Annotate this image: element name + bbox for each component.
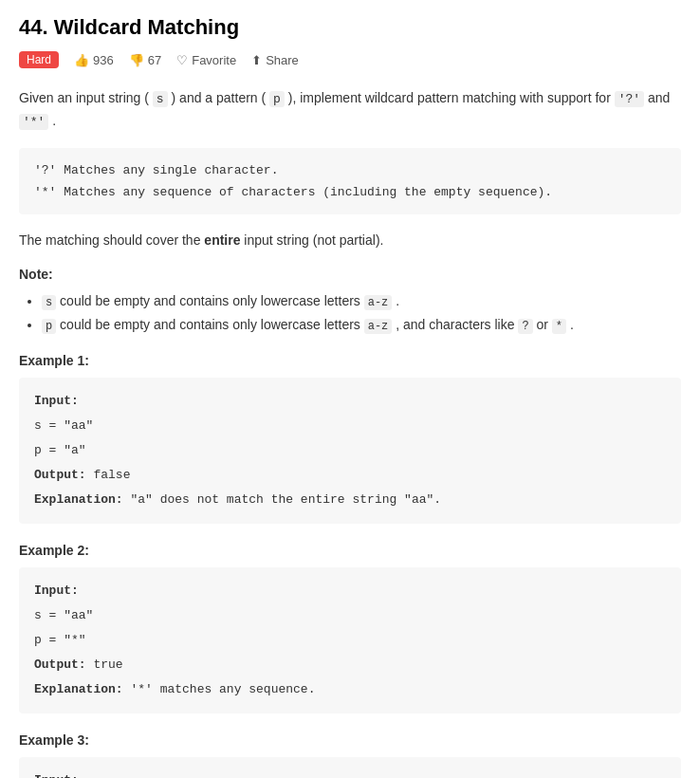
note-section: Note: s could be empty and contains only… bbox=[19, 267, 681, 338]
p-var-note: p bbox=[42, 319, 56, 334]
example-2-input-label: Input: bbox=[34, 579, 666, 603]
entire-word: entire bbox=[204, 232, 240, 248]
question-mark-code: '?' bbox=[615, 91, 644, 107]
thumbs-up-icon: 👍 bbox=[74, 53, 89, 67]
s-variable: s bbox=[153, 91, 168, 107]
example-1-exp-label: Explanation: bbox=[34, 492, 123, 507]
desc-text-mid2: ), implement wildcard pattern matching w… bbox=[288, 90, 611, 105]
and-word: and bbox=[648, 90, 670, 105]
share-icon: ⬆ bbox=[251, 53, 262, 67]
example-1-s: s = "aa" bbox=[34, 414, 666, 438]
matching-note: The matching should cover the entire inp… bbox=[19, 230, 681, 250]
likes-count: 936 bbox=[93, 53, 114, 67]
dislikes-count: 67 bbox=[148, 53, 161, 67]
share-button[interactable]: ⬆ Share bbox=[251, 53, 299, 67]
example-2-output-label: Output: bbox=[34, 658, 86, 672]
note-or: or bbox=[536, 317, 551, 332]
p-range-code: a-z bbox=[364, 319, 393, 334]
note-p-mid: , and characters like bbox=[396, 317, 518, 332]
star-note: * bbox=[552, 319, 566, 334]
desc-text-start: Given an input string ( bbox=[19, 90, 149, 105]
example-2-s: s = "aa" bbox=[34, 603, 666, 628]
desc-text-end: . bbox=[52, 113, 56, 128]
desc-text-mid1: ) and a pattern ( bbox=[172, 90, 267, 105]
example-2-block: Input: s = "aa" p = "*" Output: true Exp… bbox=[19, 567, 681, 713]
example-2-exp-label: Explanation: bbox=[34, 682, 123, 696]
thumbs-down-icon: 👎 bbox=[129, 53, 144, 67]
note-item-p: p could be empty and contains only lower… bbox=[42, 313, 681, 338]
favorite-label: Favorite bbox=[192, 53, 236, 67]
matching-text-start: The matching should cover the bbox=[19, 232, 200, 248]
note-s-text: could be empty and contains only lowerca… bbox=[60, 293, 364, 308]
share-label: Share bbox=[266, 53, 299, 67]
difficulty-badge: Hard bbox=[19, 51, 59, 68]
rules-code-block: '?' Matches any single character. '*' Ma… bbox=[19, 148, 681, 215]
example-2-title: Example 2: bbox=[19, 543, 681, 558]
example-1-output-label: Output: bbox=[34, 468, 86, 482]
star-code: '*' bbox=[19, 114, 48, 130]
note-title: Note: bbox=[19, 267, 681, 282]
examples-container: Example 1: Input: s = "aa" p = "a" Outpu… bbox=[19, 353, 681, 778]
dislikes-button[interactable]: 👎 67 bbox=[129, 53, 161, 67]
note-s-period: . bbox=[396, 293, 399, 308]
s-range-code: a-z bbox=[364, 295, 393, 310]
favorite-button[interactable]: ♡ Favorite bbox=[176, 53, 236, 67]
example-3-input-label: Input: bbox=[34, 769, 666, 778]
rule-line-2: '*' Matches any sequence of characters (… bbox=[34, 181, 666, 203]
example-1-block: Input: s = "aa" p = "a" Output: false Ex… bbox=[19, 378, 681, 524]
note-p-text: could be empty and contains only lowerca… bbox=[60, 317, 364, 332]
note-list: s could be empty and contains only lower… bbox=[19, 289, 681, 338]
example-1-explanation: Explanation: "a" does not match the enti… bbox=[34, 488, 666, 512]
matching-note2: input string (not partial). bbox=[244, 232, 383, 248]
example-1-input-label: Input: bbox=[34, 389, 666, 414]
note-item-s: s could be empty and contains only lower… bbox=[42, 289, 681, 314]
example-3-block: Input: s = "cb" p = "?a" Output: false E… bbox=[19, 757, 681, 778]
s-var-note: s bbox=[42, 295, 56, 310]
rule-line-1: '?' Matches any single character. bbox=[34, 159, 666, 181]
problem-description: Given an input string ( s ) and a patter… bbox=[19, 87, 681, 133]
example-2-p: p = "*" bbox=[34, 628, 666, 653]
example-3-title: Example 3: bbox=[19, 732, 681, 748]
example-1-p: p = "a" bbox=[34, 438, 666, 463]
p-variable: p bbox=[269, 91, 285, 107]
page-title: 44. Wildcard Matching bbox=[19, 15, 681, 40]
example-2-explanation: Explanation: '*' matches any sequence. bbox=[34, 677, 666, 702]
example-1-title: Example 1: bbox=[19, 353, 681, 368]
likes-button[interactable]: 👍 936 bbox=[74, 53, 114, 67]
example-1-output: Output: false bbox=[34, 463, 666, 488]
meta-row: Hard 👍 936 👎 67 ♡ Favorite ⬆ Share bbox=[19, 51, 681, 68]
heart-icon: ♡ bbox=[176, 53, 188, 67]
q-mark-note: ? bbox=[518, 319, 532, 334]
note-p-period: . bbox=[570, 317, 574, 332]
example-2-output: Output: true bbox=[34, 653, 666, 677]
